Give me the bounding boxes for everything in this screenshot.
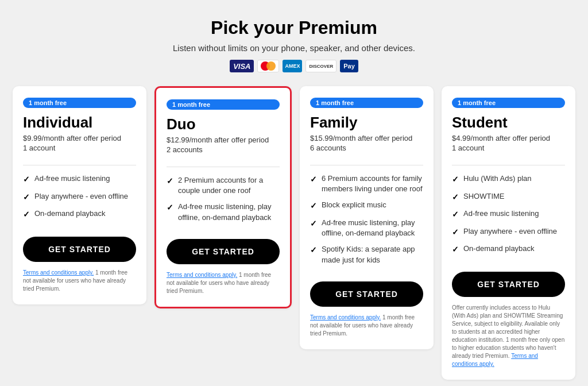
visa-icon: VISA (230, 60, 254, 72)
student-feature-1: ✓SHOWTIME (452, 191, 565, 203)
duo-get-started-button[interactable]: GET STARTED (167, 239, 280, 264)
family-feature-text-1: Block explicit music (322, 200, 386, 210)
terms-link[interactable]: Terms and conditions apply. (167, 272, 237, 278)
individual-feature-text-2: On-demand playback (34, 209, 106, 219)
duo-plan-accounts: 2 accounts (167, 145, 280, 154)
duo-terms-text: Terms and conditions apply. 1 month free… (167, 271, 280, 295)
check-icon: ✓ (167, 176, 173, 187)
individual-plan-accounts: 1 account (23, 144, 136, 152)
student-plan-price: $4.99/month after offer period (452, 134, 565, 142)
student-features-list: ✓Hulu (With Ads) plan✓SHOWTIME✓Ad-free m… (452, 173, 565, 261)
family-divider (310, 165, 423, 165)
duo-free-badge: 1 month free (167, 99, 280, 110)
student-plan-name: Student (452, 114, 565, 132)
plans-container: 1 month freeIndividual$9.99/month after … (13, 86, 575, 380)
family-features-list: ✓6 Premium accounts for family members l… (310, 173, 423, 271)
paypal-icon: Pay (340, 60, 358, 72)
terms-link[interactable]: Terms and conditions apply. (452, 353, 538, 367)
plan-card-duo: 1 month freeDuo$12.99/month after offer … (154, 86, 292, 308)
student-divider (452, 165, 565, 165)
family-feature-text-0: 6 Premium accounts for family members li… (322, 173, 423, 194)
terms-link[interactable]: Terms and conditions apply. (310, 314, 381, 321)
page-title: Pick your Premium (173, 17, 415, 38)
student-feature-0: ✓Hulu (With Ads) plan (452, 173, 565, 186)
mastercard-icon (257, 60, 279, 72)
student-feature-text-2: Ad-free music listening (463, 209, 539, 219)
family-feature-text-3: Spotify Kids: a separate app made just f… (322, 244, 423, 265)
individual-feature-text-1: Play anywhere - even offline (34, 191, 128, 202)
check-icon: ✓ (452, 209, 459, 221)
individual-feature-0: ✓Ad-free music listening (23, 173, 136, 186)
family-free-badge: 1 month free (310, 98, 423, 108)
amex-icon: AMEX (283, 60, 302, 72)
individual-plan-price: $9.99/month after offer period (23, 134, 136, 142)
check-icon: ✓ (452, 244, 459, 256)
check-icon: ✓ (452, 174, 459, 186)
duo-feature-0: ✓2 Premium accounts for a couple under o… (167, 175, 280, 196)
family-plan-name: Family (310, 114, 423, 132)
plan-card-individual: 1 month freeIndividual$9.99/month after … (13, 86, 146, 304)
duo-feature-1: ✓Ad-free music listening, play offline, … (167, 202, 280, 222)
student-get-started-button[interactable]: GET STARTED (452, 272, 565, 297)
student-free-badge: 1 month free (452, 98, 565, 108)
check-icon: ✓ (452, 227, 459, 238)
student-feature-3: ✓Play anywhere - even offline (452, 226, 565, 238)
page-subtitle: Listen without limits on your phone, spe… (173, 43, 415, 53)
duo-feature-text-1: Ad-free music listening, play offline, o… (178, 202, 280, 222)
individual-get-started-button[interactable]: GET STARTED (23, 237, 136, 262)
individual-terms-text: Terms and conditions apply. 1 month free… (23, 269, 136, 293)
check-icon: ✓ (452, 192, 459, 203)
family-terms-text: Terms and conditions apply. 1 month free… (310, 314, 423, 338)
family-plan-price: $15.99/month after offer period (310, 134, 423, 142)
family-feature-1: ✓Block explicit music (310, 200, 423, 212)
family-feature-2: ✓Ad-free music listening, play offline, … (310, 218, 423, 238)
duo-feature-text-0: 2 Premium accounts for a couple under on… (178, 175, 280, 196)
discover-icon: DISCOVER (305, 60, 336, 72)
check-icon: ✓ (23, 209, 30, 221)
plan-card-student: 1 month freeStudent$4.99/month after off… (442, 86, 575, 380)
duo-plan-name: Duo (167, 115, 280, 133)
individual-free-badge: 1 month free (23, 98, 136, 108)
student-feature-text-1: SHOWTIME (463, 191, 505, 202)
student-plan-accounts: 1 account (452, 144, 565, 152)
individual-feature-1: ✓Play anywhere - even offline (23, 191, 136, 203)
payment-icons: VISA AMEX DISCOVER Pay (173, 60, 415, 72)
family-feature-3: ✓Spotify Kids: a separate app made just … (310, 244, 423, 265)
individual-feature-2: ✓On-demand playback (23, 209, 136, 221)
individual-divider (23, 165, 136, 165)
student-feature-2: ✓Ad-free music listening (452, 209, 565, 221)
terms-link[interactable]: Terms and conditions apply. (23, 269, 94, 276)
student-feature-text-4: On-demand playback (463, 244, 535, 254)
check-icon: ✓ (23, 192, 30, 203)
individual-features-list: ✓Ad-free music listening✓Play anywhere -… (23, 173, 136, 226)
family-plan-accounts: 6 accounts (310, 144, 423, 152)
check-icon: ✓ (310, 200, 317, 212)
individual-feature-text-0: Ad-free music listening (34, 173, 110, 184)
family-feature-0: ✓6 Premium accounts for family members l… (310, 173, 423, 194)
student-feature-text-0: Hulu (With Ads) plan (463, 173, 532, 184)
check-icon: ✓ (23, 174, 30, 186)
check-icon: ✓ (310, 218, 317, 230)
individual-plan-name: Individual (23, 114, 136, 132)
page-header: Pick your Premium Listen without limits … (173, 17, 415, 76)
duo-features-list: ✓2 Premium accounts for a couple under o… (167, 175, 280, 229)
duo-plan-price: $12.99/month after offer period (167, 136, 280, 144)
plan-card-family: 1 month freeFamily$15.99/month after off… (300, 86, 434, 349)
family-feature-text-2: Ad-free music listening, play offline, o… (322, 218, 423, 238)
check-icon: ✓ (310, 174, 317, 186)
check-icon: ✓ (167, 202, 173, 214)
duo-divider (167, 167, 280, 167)
check-icon: ✓ (310, 245, 317, 256)
student-feature-4: ✓On-demand playback (452, 244, 565, 256)
student-feature-text-3: Play anywhere - even offline (463, 226, 557, 237)
student-terms-text: Offer currently includes access to Hulu … (452, 304, 565, 368)
family-get-started-button[interactable]: GET STARTED (310, 281, 423, 307)
